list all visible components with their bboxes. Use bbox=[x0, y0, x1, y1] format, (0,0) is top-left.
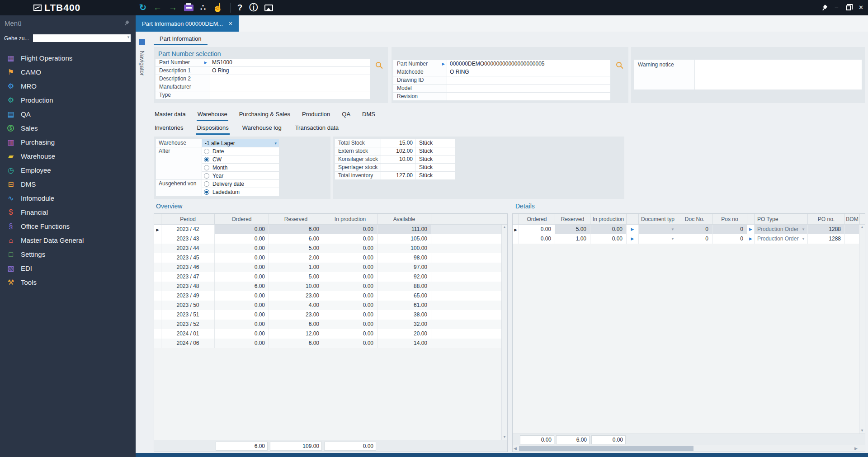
field-value[interactable] bbox=[209, 91, 370, 99]
field-value[interactable] bbox=[447, 85, 610, 92]
sidebar-item-edi[interactable]: ▧EDI bbox=[0, 261, 136, 275]
tab-qa[interactable]: QA bbox=[341, 109, 351, 121]
column-header-reserved[interactable]: Reserved bbox=[555, 214, 590, 224]
radio-option-month[interactable]: Month bbox=[202, 164, 279, 171]
radio-option-year[interactable]: Year bbox=[202, 172, 279, 179]
details-row[interactable]: ▶0.005.000.00▶▼00▶Production Order▼1288 bbox=[513, 225, 865, 234]
touch-pointer-icon[interactable]: ☝ bbox=[212, 0, 223, 15]
overview-row[interactable]: 2023 / 520.006.000.0032.00 bbox=[154, 320, 507, 329]
warehouse-select[interactable]: -1 alle Lager ▾ bbox=[202, 139, 279, 147]
sidebar-item-settings[interactable]: □Settings bbox=[0, 247, 136, 261]
column-header-pos-no[interactable]: Pos no bbox=[712, 214, 747, 224]
restore-button[interactable] bbox=[846, 5, 851, 10]
search-icon[interactable] bbox=[376, 62, 381, 67]
sidebar-item-flight-operations[interactable]: ▦Flight Operations bbox=[0, 51, 136, 65]
scroll-down-icon[interactable]: ▼ bbox=[503, 434, 506, 440]
overview-row[interactable]: 2023 / 510.0023.000.0038.00 bbox=[154, 310, 507, 320]
sidebar-item-office-functions[interactable]: §Office Functions bbox=[0, 219, 136, 233]
field-value[interactable] bbox=[447, 93, 610, 100]
field-value[interactable] bbox=[209, 83, 370, 91]
search-icon[interactable] bbox=[616, 62, 622, 67]
column-header-po-type[interactable]: PO Type bbox=[755, 214, 808, 224]
overview-row[interactable]: 2023 / 486.0010.000.0088.00 bbox=[154, 282, 507, 291]
goto-input[interactable]: ▾ bbox=[33, 34, 131, 42]
back-icon[interactable]: ← bbox=[153, 0, 162, 15]
close-icon[interactable]: ✕ bbox=[228, 21, 232, 27]
tab-part-information[interactable]: Part Information bbox=[154, 33, 208, 45]
sidebar-item-warehouse[interactable]: ▰Warehouse bbox=[0, 149, 136, 163]
document-type-select[interactable]: ▼ bbox=[639, 234, 677, 244]
sidebar-item-master-data-general[interactable]: ⌂Master Data General bbox=[0, 233, 136, 247]
overview-row[interactable]: 2023 / 490.0023.000.0065.00 bbox=[154, 291, 507, 301]
help-icon[interactable]: ? bbox=[237, 0, 243, 15]
radio-option-delivery-date[interactable]: Delivery date bbox=[202, 180, 279, 188]
scroll-up-icon[interactable]: ▲ bbox=[860, 225, 864, 230]
scrollbar-thumb[interactable] bbox=[519, 446, 693, 451]
column-header-ordered[interactable]: Ordered bbox=[519, 214, 555, 224]
po-type-select[interactable]: Production Order▼ bbox=[755, 234, 808, 244]
tab-master-data[interactable]: Master data bbox=[154, 109, 187, 121]
navigator-panel[interactable]: Navigator bbox=[136, 32, 148, 438]
field-value[interactable] bbox=[447, 76, 610, 84]
print-icon[interactable] bbox=[184, 5, 193, 11]
sidebar-item-dms[interactable]: ⊟DMS bbox=[0, 177, 136, 191]
details-row[interactable]: 0.001.000.00▶▼00▶Production Order▼1288 bbox=[513, 234, 865, 244]
refresh-icon[interactable]: ↻ bbox=[139, 0, 146, 15]
document-type-select[interactable]: ▼ bbox=[639, 225, 677, 234]
field-value[interactable] bbox=[209, 75, 370, 83]
tab-dms[interactable]: DMS bbox=[361, 109, 376, 121]
column-header-doc-no[interactable]: Doc No. bbox=[677, 214, 712, 224]
column-header-bom[interactable]: BOM bbox=[845, 214, 860, 224]
po-type-select[interactable]: Production Order▼ bbox=[755, 225, 808, 234]
row-detail-arrow-icon[interactable]: ▶ bbox=[747, 234, 755, 244]
sidebar-item-production[interactable]: ⚙Production bbox=[0, 93, 136, 107]
row-detail-arrow-icon[interactable]: ▶ bbox=[627, 234, 639, 244]
overview-row[interactable]: 2023 / 500.004.000.0061.00 bbox=[154, 301, 507, 310]
sidebar-item-camo[interactable]: ⚑CAMO bbox=[0, 65, 136, 79]
sidebar-item-sales[interactable]: $Sales bbox=[0, 121, 136, 135]
sidebar-item-tools[interactable]: ⚒Tools bbox=[0, 275, 136, 289]
field-value[interactable]: 000000DEMO00000000000000000005 bbox=[447, 60, 610, 68]
scroll-right-icon[interactable]: ▶ bbox=[854, 446, 858, 451]
field-value[interactable]: O Ring bbox=[209, 67, 370, 75]
minimize-button[interactable]: – bbox=[835, 0, 838, 15]
column-header-document-typ[interactable]: Document typ bbox=[639, 214, 677, 224]
overview-row[interactable]: 2024 / 060.006.000.0014.00 bbox=[154, 339, 507, 348]
column-header-po-no[interactable]: PO no. bbox=[808, 214, 845, 224]
close-button[interactable]: ✕ bbox=[859, 0, 863, 15]
scroll-up-icon[interactable]: ▲ bbox=[503, 225, 506, 230]
row-detail-arrow-icon[interactable]: ▶ bbox=[627, 225, 639, 234]
radio-option-date[interactable]: Date bbox=[202, 147, 279, 155]
subtab-warehouse-log[interactable]: Warehouse log bbox=[241, 123, 283, 135]
subtab-dispositions[interactable]: Dispositions bbox=[196, 123, 230, 135]
tab-production[interactable]: Production bbox=[301, 109, 331, 121]
overview-row[interactable]: 2023 / 470.005.000.0092.00 bbox=[154, 272, 507, 282]
column-header-available[interactable]: Available bbox=[377, 214, 431, 224]
image-icon[interactable] bbox=[264, 5, 273, 11]
overview-row[interactable]: 2023 / 460.001.000.0097.00 bbox=[154, 263, 507, 272]
overview-row[interactable]: 2023 / 440.005.000.00100.00 bbox=[154, 244, 507, 253]
warning-notice-field[interactable] bbox=[695, 60, 862, 90]
field-value[interactable]: MS1000 bbox=[209, 59, 370, 66]
sidebar-item-purchasing[interactable]: ▥Purchasing bbox=[0, 135, 136, 149]
overview-row[interactable]: 2023 / 450.002.000.0098.00 bbox=[154, 253, 507, 263]
column-header-ordered[interactable]: Ordered bbox=[215, 214, 269, 224]
overview-row[interactable]: 2023 / 430.006.000.00105.00 bbox=[154, 234, 507, 244]
column-header-reserved[interactable]: Reserved bbox=[269, 214, 323, 224]
sitemap-icon[interactable]: ∴ bbox=[200, 0, 206, 15]
vertical-scrollbar[interactable]: ▲▼ bbox=[501, 225, 507, 440]
horizontal-scrollbar[interactable]: ◀▶ bbox=[513, 445, 865, 452]
radio-option-ladedatum[interactable]: Ladedatum bbox=[202, 188, 279, 196]
forward-icon[interactable]: → bbox=[169, 0, 177, 15]
info-icon[interactable]: ⓘ bbox=[249, 0, 258, 15]
sidebar-item-mro[interactable]: ⚙MRO bbox=[0, 79, 136, 93]
column-header-period[interactable]: Period bbox=[161, 214, 215, 224]
radio-option-cw[interactable]: CW bbox=[202, 155, 279, 163]
tab-warehouse[interactable]: Warehouse bbox=[197, 109, 228, 121]
pin-icon[interactable] bbox=[123, 20, 130, 27]
pin-icon[interactable] bbox=[820, 4, 828, 12]
overview-row[interactable]: 2024 / 010.0012.000.0020.00 bbox=[154, 329, 507, 339]
subtab-inventories[interactable]: Inventories bbox=[154, 123, 184, 135]
tab-purchasing-sales[interactable]: Purchasing & Sales bbox=[238, 109, 291, 121]
field-nav-arrow-icon[interactable]: ▶ bbox=[204, 59, 207, 66]
